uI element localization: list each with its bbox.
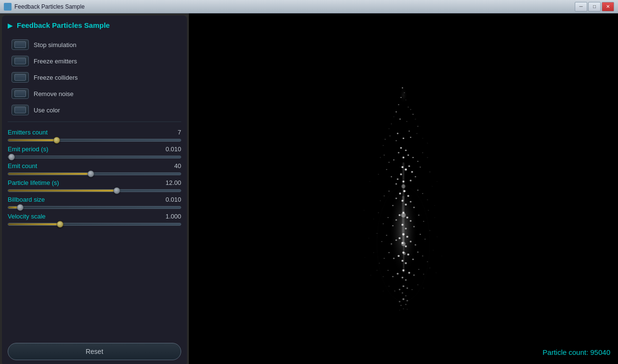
slider-header-emitters-count: Emitters count 7 — [8, 129, 181, 136]
toggle-freeze-emitters[interactable] — [12, 56, 29, 66]
slider-value-emit-count: 40 — [174, 162, 181, 170]
svg-point-155 — [442, 220, 442, 220]
reset-button[interactable]: Reset — [8, 343, 181, 360]
slider-track-velocity-scale[interactable] — [8, 223, 181, 226]
svg-point-106 — [369, 238, 369, 239]
svg-point-140 — [360, 272, 360, 272]
slider-track-emit-period[interactable] — [8, 156, 181, 158]
toggle-inner-freeze-emitters — [14, 58, 26, 64]
svg-point-152 — [437, 182, 437, 182]
maximize-button[interactable]: □ — [588, 2, 601, 12]
slider-thumb-emit-count[interactable] — [87, 170, 94, 177]
svg-point-41 — [380, 157, 381, 158]
slider-label-emit-period: Emit period (s) — [8, 146, 49, 153]
slider-section-billboard-size: Billboard size 0.010 — [8, 196, 181, 209]
slider-label-particle-lifetime: Particle lifetime (s) — [8, 179, 59, 186]
slider-value-emitters-count: 7 — [178, 129, 181, 136]
slider-value-velocity-scale: 1.000 — [165, 213, 181, 220]
svg-point-28 — [383, 145, 383, 146]
svg-point-72 — [432, 186, 433, 186]
toggle-label-remove-noise: Remove noise — [34, 90, 74, 97]
toggle-row-stop-simulation: Stop simulation — [8, 37, 181, 52]
svg-point-177 — [375, 124, 433, 316]
slider-thumb-velocity-scale[interactable] — [57, 221, 63, 228]
toggle-row-use-color: Use color — [8, 102, 181, 118]
svg-point-55 — [430, 171, 431, 172]
toggle-inner-freeze-colliders — [14, 74, 26, 81]
svg-point-158 — [366, 196, 366, 196]
minimize-button[interactable]: ─ — [575, 2, 587, 12]
toggle-list: Stop simulation Freeze emitters Freeze c… — [8, 37, 181, 119]
toggle-row-freeze-emitters: Freeze emitters — [8, 53, 181, 69]
window-controls: ─ □ ✕ — [575, 2, 614, 12]
slider-fill-emit-count — [8, 173, 91, 175]
svg-point-16 — [418, 126, 419, 127]
svg-point-139 — [449, 270, 449, 271]
svg-point-135 — [377, 270, 377, 270]
slider-fill-velocity-scale — [8, 223, 60, 225]
slider-thumb-emitters-count[interactable] — [53, 137, 60, 144]
toggle-use-color[interactable] — [12, 105, 29, 115]
svg-point-105 — [437, 237, 437, 237]
panel-header: ▶ Feedback Particles Sample — [8, 21, 181, 29]
slider-header-emit-count: Emit count 40 — [8, 162, 181, 170]
slider-header-emit-period: Emit period (s) 0.010 — [8, 146, 181, 153]
svg-point-137 — [371, 275, 371, 275]
slider-track-particle-lifetime[interactable] — [8, 189, 181, 192]
slider-header-billboard-size: Billboard size 0.010 — [8, 196, 181, 203]
svg-point-153 — [439, 196, 440, 196]
slider-fill-particle-lifetime — [8, 190, 117, 192]
svg-point-178 — [389, 81, 418, 138]
toggle-row-freeze-colliders: Freeze colliders — [8, 70, 181, 85]
svg-point-160 — [361, 225, 361, 225]
slider-track-billboard-size[interactable] — [8, 206, 181, 209]
toggle-inner-stop-simulation — [14, 41, 26, 48]
svg-point-161 — [359, 238, 359, 239]
control-panel: ▶ Feedback Particles Sample Stop simulat… — [2, 15, 187, 364]
svg-point-120 — [373, 252, 374, 253]
toggle-label-freeze-colliders: Freeze colliders — [34, 74, 78, 81]
divider — [8, 121, 181, 122]
toggle-freeze-colliders[interactable] — [12, 72, 29, 83]
svg-point-159 — [364, 210, 364, 211]
slider-section-particle-lifetime: Particle lifetime (s) 12.00 — [8, 179, 181, 192]
toggle-row-remove-noise: Remove noise — [8, 86, 181, 101]
window-title: Feedback Particles Sample — [14, 3, 575, 10]
slider-header-velocity-scale: Velocity scale 1.000 — [8, 213, 181, 220]
toggle-remove-noise[interactable] — [12, 88, 29, 99]
toggle-stop-simulation[interactable] — [12, 39, 29, 50]
close-button[interactable]: ✕ — [602, 2, 614, 12]
svg-point-24 — [417, 133, 417, 133]
slider-thumb-billboard-size[interactable] — [17, 204, 24, 211]
slider-track-emit-count[interactable] — [8, 172, 181, 175]
svg-point-123 — [365, 257, 365, 258]
particle-count-display: Particle count: 95040 — [543, 348, 610, 356]
svg-point-150 — [383, 291, 383, 291]
slider-list: Emitters count 7 Emit period (s) 0.010 E… — [8, 125, 181, 230]
toggle-label-stop-simulation: Stop simulation — [34, 41, 76, 49]
svg-point-122 — [442, 256, 442, 256]
slider-label-billboard-size: Billboard size — [8, 196, 45, 203]
toggle-label-use-color: Use color — [34, 107, 60, 114]
slider-header-particle-lifetime: Particle lifetime (s) 12.00 — [8, 179, 181, 186]
particle-canvas — [189, 13, 618, 364]
title-bar: Feedback Particles Sample ─ □ ✕ — [0, 0, 618, 13]
slider-track-emitters-count[interactable] — [8, 139, 181, 142]
slider-thumb-emit-period[interactable] — [8, 154, 15, 160]
slider-label-emitters-count: Emitters count — [8, 129, 48, 136]
main-content: ▶ Feedback Particles Sample Stop simulat… — [0, 13, 618, 364]
svg-point-138 — [436, 273, 436, 273]
svg-point-88 — [434, 217, 435, 218]
slider-label-velocity-scale: Velocity scale — [8, 213, 46, 220]
particle-viewport: Particle count: 95040 — [189, 13, 618, 364]
svg-point-136 — [430, 267, 430, 268]
slider-value-emit-period: 0.010 — [165, 146, 181, 153]
svg-point-27 — [427, 143, 428, 144]
toggle-label-freeze-emitters: Freeze emitters — [34, 58, 77, 65]
svg-point-89 — [373, 218, 374, 219]
svg-point-154 — [434, 206, 435, 206]
slider-section-emit-count: Emit count 40 — [8, 162, 181, 175]
slider-thumb-particle-lifetime[interactable] — [113, 187, 120, 194]
svg-point-26 — [385, 139, 386, 140]
slider-section-velocity-scale: Velocity scale 1.000 — [8, 213, 181, 226]
